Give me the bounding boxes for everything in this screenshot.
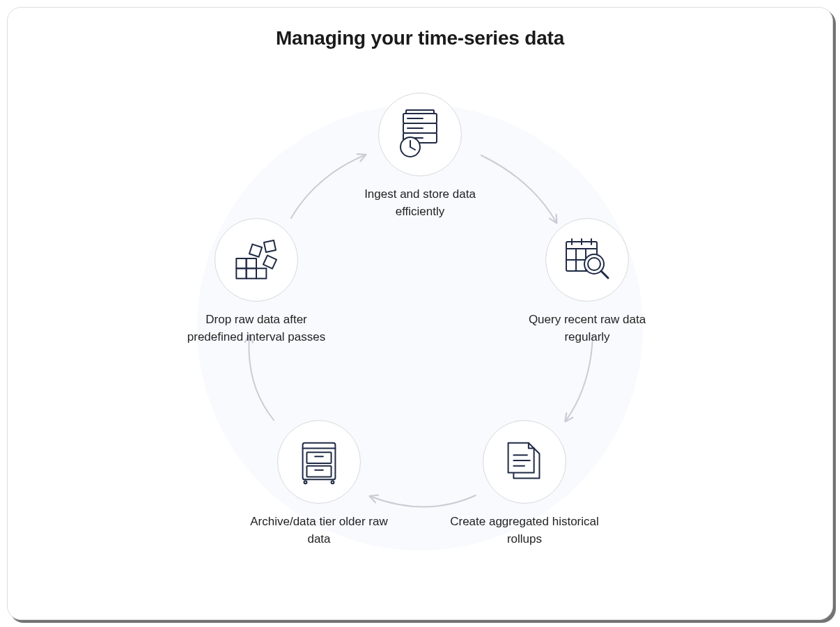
svg-point-31 <box>332 481 334 483</box>
cycle-step-label: Ingest and store data efficiently <box>343 186 497 220</box>
svg-point-30 <box>304 481 307 483</box>
svg-rect-33 <box>247 268 256 278</box>
svg-rect-39 <box>263 256 277 269</box>
svg-rect-35 <box>236 258 246 268</box>
query-icon-wrap <box>545 218 629 302</box>
drop-icon-wrap <box>215 218 298 302</box>
cycle-step-label: Query recent raw data regularly <box>511 311 664 346</box>
cycle-step-label: Archive/data tier older raw data <box>242 513 396 548</box>
svg-rect-26 <box>306 452 331 463</box>
svg-rect-27 <box>306 466 331 477</box>
archive-icon-wrap <box>277 420 361 504</box>
diagram-card: Managing your time-series data <box>7 7 833 620</box>
server-clock-icon <box>392 107 448 162</box>
documents-icon <box>497 435 552 489</box>
svg-rect-1 <box>406 110 434 114</box>
rollup-icon-wrap <box>483 420 566 504</box>
svg-rect-37 <box>249 245 262 257</box>
cycle-step-query: Query recent raw data regularly <box>511 218 664 346</box>
svg-line-20 <box>601 271 608 278</box>
cycle-step-archive: Archive/data tier older raw data <box>242 420 396 548</box>
svg-rect-34 <box>256 268 266 278</box>
cycle-step-ingest: Ingest and store data efficiently <box>343 93 497 220</box>
cycle-step-drop: Drop raw data after predefined interval … <box>180 218 333 346</box>
ingest-icon-wrap <box>378 93 462 176</box>
diagram-title: Managing your time-series data <box>8 27 832 49</box>
cycle-step-rollup: Create aggregated historical rollups <box>448 420 601 548</box>
cycle-stage: Ingest and store data efficiently <box>155 72 685 601</box>
archive-drawer-icon <box>292 435 346 489</box>
scatter-blocks-icon <box>228 231 285 288</box>
calendar-magnifier-icon <box>559 232 615 288</box>
cycle-step-label: Create aggregated historical rollups <box>448 513 601 548</box>
svg-rect-36 <box>247 258 256 268</box>
cycle-step-label: Drop raw data after predefined interval … <box>180 311 333 346</box>
svg-rect-32 <box>236 268 246 278</box>
svg-rect-38 <box>264 240 276 252</box>
